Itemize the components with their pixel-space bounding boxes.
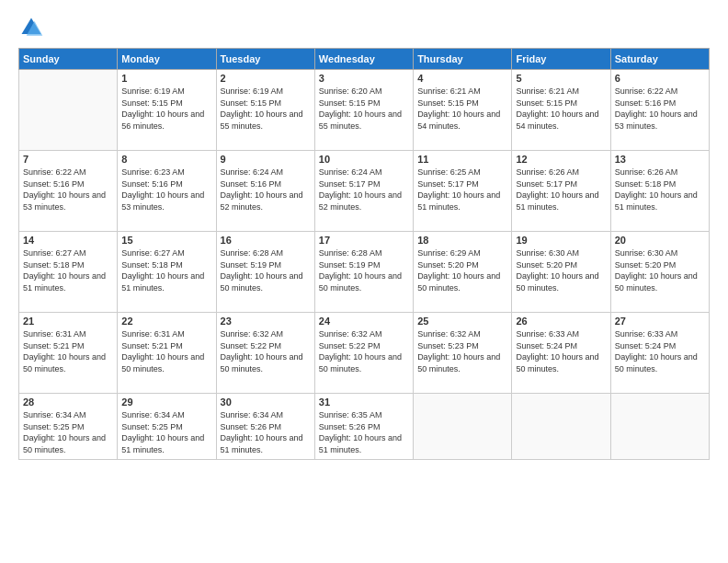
calendar-week-2: 7Sunrise: 6:22 AM Sunset: 5:16 PM Daylig…	[19, 151, 710, 232]
day-info: Sunrise: 6:26 AM Sunset: 5:18 PM Dayligh…	[615, 167, 705, 213]
day-info: Sunrise: 6:34 AM Sunset: 5:25 PM Dayligh…	[121, 409, 211, 455]
day-number: 11	[417, 154, 507, 165]
calendar-cell: 25Sunrise: 6:32 AM Sunset: 5:23 PM Dayli…	[414, 313, 512, 394]
day-number: 2	[221, 73, 311, 84]
day-info: Sunrise: 6:33 AM Sunset: 5:24 PM Dayligh…	[615, 328, 705, 374]
calendar-header-monday: Monday	[118, 49, 216, 70]
calendar-table: SundayMondayTuesdayWednesdayThursdayFrid…	[18, 48, 710, 460]
logo-icon	[18, 15, 44, 40]
day-info: Sunrise: 6:23 AM Sunset: 5:16 PM Dayligh…	[121, 167, 211, 213]
calendar-cell	[414, 394, 512, 460]
day-info: Sunrise: 6:28 AM Sunset: 5:19 PM Dayligh…	[319, 247, 409, 293]
day-number: 18	[417, 235, 507, 246]
day-info: Sunrise: 6:25 AM Sunset: 5:17 PM Dayligh…	[417, 167, 507, 213]
day-info: Sunrise: 6:30 AM Sunset: 5:20 PM Dayligh…	[516, 247, 606, 293]
day-info: Sunrise: 6:29 AM Sunset: 5:20 PM Dayligh…	[417, 247, 507, 293]
calendar-cell: 11Sunrise: 6:25 AM Sunset: 5:17 PM Dayli…	[414, 151, 512, 232]
calendar-cell: 30Sunrise: 6:34 AM Sunset: 5:26 PM Dayli…	[216, 394, 314, 460]
day-number: 13	[615, 154, 705, 165]
calendar-cell: 27Sunrise: 6:33 AM Sunset: 5:24 PM Dayli…	[610, 313, 709, 394]
day-number: 12	[516, 154, 606, 165]
day-number: 3	[319, 73, 409, 84]
day-info: Sunrise: 6:32 AM Sunset: 5:22 PM Dayligh…	[319, 328, 409, 374]
day-info: Sunrise: 6:19 AM Sunset: 5:15 PM Dayligh…	[121, 86, 211, 132]
calendar-cell: 15Sunrise: 6:27 AM Sunset: 5:18 PM Dayli…	[118, 232, 216, 313]
day-number: 23	[221, 316, 311, 327]
calendar-cell: 2Sunrise: 6:19 AM Sunset: 5:15 PM Daylig…	[216, 70, 314, 151]
day-info: Sunrise: 6:32 AM Sunset: 5:23 PM Dayligh…	[417, 328, 507, 374]
day-number: 30	[221, 396, 311, 408]
calendar-cell: 26Sunrise: 6:33 AM Sunset: 5:24 PM Dayli…	[512, 313, 610, 394]
day-number: 9	[221, 154, 311, 165]
day-info: Sunrise: 6:30 AM Sunset: 5:20 PM Dayligh…	[615, 247, 705, 293]
calendar-cell: 29Sunrise: 6:34 AM Sunset: 5:25 PM Dayli…	[118, 394, 216, 460]
day-info: Sunrise: 6:22 AM Sunset: 5:16 PM Dayligh…	[23, 167, 113, 213]
day-info: Sunrise: 6:20 AM Sunset: 5:15 PM Dayligh…	[319, 86, 409, 132]
calendar-header-sunday: Sunday	[19, 49, 118, 70]
calendar-header-thursday: Thursday	[414, 49, 512, 70]
calendar-cell: 17Sunrise: 6:28 AM Sunset: 5:19 PM Dayli…	[314, 232, 413, 313]
header	[18, 15, 710, 40]
day-number: 17	[319, 235, 409, 246]
calendar-cell: 7Sunrise: 6:22 AM Sunset: 5:16 PM Daylig…	[19, 151, 118, 232]
calendar-cell: 22Sunrise: 6:31 AM Sunset: 5:21 PM Dayli…	[118, 313, 216, 394]
day-number: 20	[615, 235, 705, 246]
day-info: Sunrise: 6:27 AM Sunset: 5:18 PM Dayligh…	[121, 247, 211, 293]
day-info: Sunrise: 6:32 AM Sunset: 5:22 PM Dayligh…	[221, 328, 311, 374]
calendar-header-friday: Friday	[512, 49, 610, 70]
calendar-cell	[19, 70, 118, 151]
calendar-cell: 18Sunrise: 6:29 AM Sunset: 5:20 PM Dayli…	[414, 232, 512, 313]
calendar-cell: 5Sunrise: 6:21 AM Sunset: 5:15 PM Daylig…	[512, 70, 610, 151]
day-info: Sunrise: 6:26 AM Sunset: 5:17 PM Dayligh…	[516, 167, 606, 213]
day-info: Sunrise: 6:21 AM Sunset: 5:15 PM Dayligh…	[516, 86, 606, 132]
day-info: Sunrise: 6:31 AM Sunset: 5:21 PM Dayligh…	[121, 328, 211, 374]
calendar-cell: 19Sunrise: 6:30 AM Sunset: 5:20 PM Dayli…	[512, 232, 610, 313]
day-number: 19	[516, 235, 606, 246]
calendar-cell: 24Sunrise: 6:32 AM Sunset: 5:22 PM Dayli…	[314, 313, 413, 394]
day-number: 21	[23, 316, 113, 327]
day-number: 22	[121, 316, 211, 327]
calendar-cell: 9Sunrise: 6:24 AM Sunset: 5:16 PM Daylig…	[216, 151, 314, 232]
day-info: Sunrise: 6:19 AM Sunset: 5:15 PM Dayligh…	[221, 86, 311, 132]
day-number: 15	[121, 235, 211, 246]
day-info: Sunrise: 6:34 AM Sunset: 5:26 PM Dayligh…	[221, 409, 311, 455]
day-number: 7	[23, 154, 113, 165]
day-number: 6	[615, 73, 705, 84]
calendar-week-5: 28Sunrise: 6:34 AM Sunset: 5:25 PM Dayli…	[19, 394, 710, 460]
day-number: 31	[319, 396, 409, 408]
day-number: 25	[417, 316, 507, 327]
calendar-cell: 8Sunrise: 6:23 AM Sunset: 5:16 PM Daylig…	[118, 151, 216, 232]
calendar-cell: 6Sunrise: 6:22 AM Sunset: 5:16 PM Daylig…	[610, 70, 709, 151]
day-number: 16	[221, 235, 311, 246]
calendar-cell: 10Sunrise: 6:24 AM Sunset: 5:17 PM Dayli…	[314, 151, 413, 232]
calendar-header-wednesday: Wednesday	[314, 49, 413, 70]
day-info: Sunrise: 6:34 AM Sunset: 5:25 PM Dayligh…	[23, 409, 113, 455]
calendar-cell	[610, 394, 709, 460]
calendar-cell: 3Sunrise: 6:20 AM Sunset: 5:15 PM Daylig…	[314, 70, 413, 151]
day-info: Sunrise: 6:31 AM Sunset: 5:21 PM Dayligh…	[23, 328, 113, 374]
day-number: 28	[23, 396, 113, 408]
day-info: Sunrise: 6:33 AM Sunset: 5:24 PM Dayligh…	[516, 328, 606, 374]
calendar-cell: 28Sunrise: 6:34 AM Sunset: 5:25 PM Dayli…	[19, 394, 118, 460]
day-number: 1	[121, 73, 211, 84]
calendar-cell: 23Sunrise: 6:32 AM Sunset: 5:22 PM Dayli…	[216, 313, 314, 394]
calendar-cell: 4Sunrise: 6:21 AM Sunset: 5:15 PM Daylig…	[414, 70, 512, 151]
calendar-week-3: 14Sunrise: 6:27 AM Sunset: 5:18 PM Dayli…	[19, 232, 710, 313]
day-number: 4	[417, 73, 507, 84]
calendar-cell: 12Sunrise: 6:26 AM Sunset: 5:17 PM Dayli…	[512, 151, 610, 232]
day-info: Sunrise: 6:35 AM Sunset: 5:26 PM Dayligh…	[319, 409, 409, 455]
calendar-cell: 1Sunrise: 6:19 AM Sunset: 5:15 PM Daylig…	[118, 70, 216, 151]
day-info: Sunrise: 6:27 AM Sunset: 5:18 PM Dayligh…	[23, 247, 113, 293]
day-number: 10	[319, 154, 409, 165]
day-info: Sunrise: 6:22 AM Sunset: 5:16 PM Dayligh…	[615, 86, 705, 132]
calendar-header-saturday: Saturday	[610, 49, 709, 70]
calendar-cell: 21Sunrise: 6:31 AM Sunset: 5:21 PM Dayli…	[19, 313, 118, 394]
calendar-week-1: 1Sunrise: 6:19 AM Sunset: 5:15 PM Daylig…	[19, 70, 710, 151]
day-number: 14	[23, 235, 113, 246]
calendar-week-4: 21Sunrise: 6:31 AM Sunset: 5:21 PM Dayli…	[19, 313, 710, 394]
calendar-cell: 16Sunrise: 6:28 AM Sunset: 5:19 PM Dayli…	[216, 232, 314, 313]
calendar-cell	[512, 394, 610, 460]
day-info: Sunrise: 6:21 AM Sunset: 5:15 PM Dayligh…	[417, 86, 507, 132]
day-number: 26	[516, 316, 606, 327]
day-info: Sunrise: 6:28 AM Sunset: 5:19 PM Dayligh…	[221, 247, 311, 293]
